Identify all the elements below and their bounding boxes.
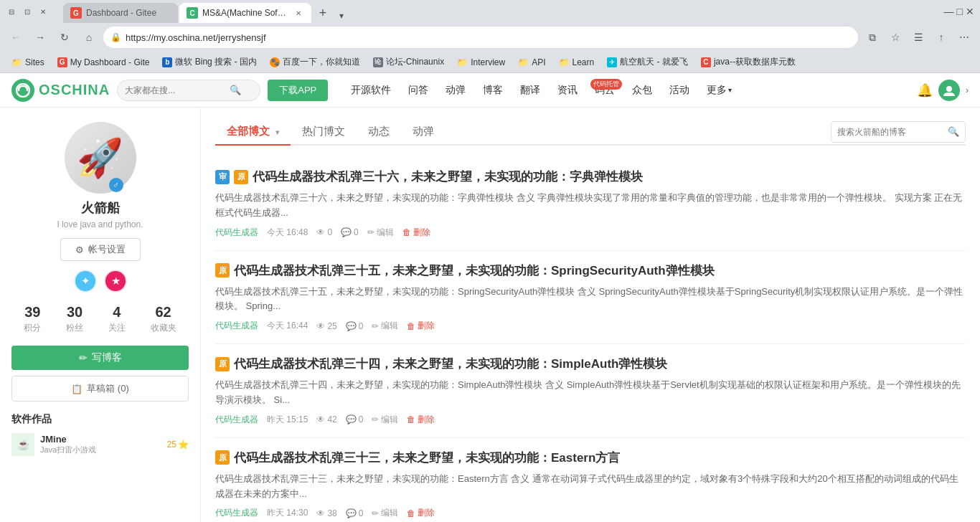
post-4-delete-button[interactable]: 🗑 删除 bbox=[407, 507, 435, 519]
post-2-title[interactable]: 代码生成器技术乱弹三十五，未来之野望，未实现的功能：SpringSecurity… bbox=[234, 262, 715, 279]
post-3-delete-button[interactable]: 🗑 删除 bbox=[407, 414, 435, 426]
bookmark-star-icon[interactable]: ☆ bbox=[885, 27, 905, 47]
post-3-title[interactable]: 代码生成器技术乱弹三十四，未来之野望，未实现的功能：SimpleAuth弹性模块 bbox=[234, 356, 667, 372]
post-2-delete-button[interactable]: 🗑 删除 bbox=[407, 320, 435, 332]
nav-item-dongtan[interactable]: 动弹 bbox=[437, 73, 474, 108]
blog-post-1: 审 原 代码生成器技术乱弹三十六，未来之野望，未实现的功能：字典弹性模块 代码生… bbox=[215, 157, 966, 251]
post-1-tag[interactable]: 代码生成器 bbox=[215, 227, 258, 239]
tab-dynamics[interactable]: 动态 bbox=[357, 119, 401, 144]
stat-following[interactable]: 4 关注 bbox=[108, 304, 126, 334]
post-1-title[interactable]: 代码生成器技术乱弹三十六，未来之野望，未实现的功能：字典弹性模块 bbox=[253, 169, 643, 185]
reading-list-icon[interactable]: ☰ bbox=[908, 27, 928, 47]
nav-item-news[interactable]: 资讯 bbox=[549, 73, 586, 108]
post-3-edit-button[interactable]: ✏ 编辑 bbox=[372, 414, 398, 426]
user-avatar[interactable] bbox=[938, 80, 960, 101]
draft-folder-icon: 📋 bbox=[71, 384, 83, 394]
download-app-button[interactable]: 下载APP bbox=[268, 80, 328, 101]
blog-search-icon[interactable]: 🔍 bbox=[948, 126, 959, 137]
browser-tab-oschina[interactable]: C MS&A(Machine Softwa ✕ bbox=[179, 3, 311, 23]
address-input[interactable]: https://my.oschina.net/jerryshensjf bbox=[126, 32, 851, 43]
bookmark-chinaunix[interactable]: 论 论坛-Chinaunix bbox=[367, 54, 450, 71]
bookmark-label-chinaunix: 论坛-Chinaunix bbox=[386, 56, 444, 68]
nav-item-blog[interactable]: 博客 bbox=[474, 73, 512, 108]
tab-hot-blogs[interactable]: 热门博文 bbox=[291, 119, 357, 144]
minimize-button[interactable]: — bbox=[944, 6, 954, 17]
bookmark-learn[interactable]: 📁 Learn bbox=[553, 54, 600, 71]
home-button[interactable]: ⌂ bbox=[79, 27, 99, 47]
bookmark-label-sites: Sites bbox=[25, 57, 44, 67]
settings-dots-icon[interactable]: ⋯ bbox=[954, 27, 974, 47]
write-blog-button[interactable]: ✏ 写博客 bbox=[11, 346, 189, 370]
bookmarks-bar: 📁 Sites G My Dashboard - Gite b 微软 Bing … bbox=[0, 52, 980, 73]
gender-icon: ♂ bbox=[109, 178, 123, 192]
post-1-delete-button[interactable]: 🗑 删除 bbox=[402, 227, 430, 239]
blog-search-input[interactable] bbox=[837, 127, 945, 137]
more-chevron-icon: ▾ bbox=[728, 86, 732, 94]
nav-right: 🔔 › bbox=[917, 80, 969, 101]
tab-dongtan[interactable]: 动弹 bbox=[401, 119, 446, 144]
tab-manager-icon[interactable]: ⧉ bbox=[862, 27, 882, 47]
collections-number: 62 bbox=[151, 304, 176, 321]
post-1-edit-button[interactable]: ✏ 编辑 bbox=[367, 227, 394, 239]
stat-fans[interactable]: 30 粉丝 bbox=[66, 304, 83, 334]
forward-button[interactable]: → bbox=[30, 27, 50, 47]
notification-bell-icon[interactable]: 🔔 bbox=[917, 82, 933, 98]
nav-item-outsource[interactable]: 众包 bbox=[623, 73, 661, 108]
tab-list-button[interactable]: ▾ bbox=[334, 9, 349, 23]
share-icon[interactable]: ↑ bbox=[931, 27, 951, 47]
maximize-button[interactable]: □ bbox=[957, 6, 963, 17]
search-icon[interactable]: 🔍 bbox=[230, 85, 241, 95]
account-settings-button[interactable]: ⚙ 帐号设置 bbox=[60, 238, 141, 261]
draft-box-button[interactable]: 📋 草稿箱 (0) bbox=[11, 376, 189, 402]
page-content: OSCHINA 🔍 下载APP 开源软件 问答 动弹 博客 翻译 资讯 码云 代… bbox=[0, 73, 980, 522]
tab-close-button[interactable]: ✕ bbox=[293, 7, 304, 19]
window-close-button[interactable]: ✕ bbox=[966, 6, 974, 17]
bookmark-gitee[interactable]: G My Dashboard - Gite bbox=[52, 54, 156, 71]
tab-all-blogs[interactable]: 全部博文 ▾ bbox=[215, 119, 291, 144]
nav-item-translate[interactable]: 翻译 bbox=[512, 73, 549, 108]
refresh-button[interactable]: ↻ bbox=[55, 27, 75, 47]
software-score-jmine: 25 ⭐ bbox=[167, 440, 189, 450]
oschina-logo[interactable]: OSCHINA bbox=[11, 79, 110, 102]
nav-search-box: 🔍 bbox=[117, 80, 260, 101]
post-2-edit-button[interactable]: ✏ 编辑 bbox=[372, 320, 398, 332]
nav-item-qa[interactable]: 问答 bbox=[400, 73, 437, 108]
bookmark-aviation[interactable]: ✈ 航空航天 - 就爱飞 bbox=[601, 54, 694, 71]
bookmark-sites[interactable]: 📁 Sites bbox=[6, 54, 50, 71]
post-2-tag[interactable]: 代码生成器 bbox=[215, 320, 258, 332]
post-3-views: 👁 42 bbox=[316, 414, 336, 424]
bookmark-api[interactable]: 📁 API bbox=[512, 54, 551, 71]
stat-collections[interactable]: 62 收藏夹 bbox=[151, 304, 176, 334]
nav-item-more[interactable]: 更多 ▾ bbox=[698, 73, 740, 108]
nav-right-arrow[interactable]: › bbox=[966, 85, 969, 95]
post-1-review-badge: 审 bbox=[215, 170, 230, 184]
post-4-comments: 💬 0 bbox=[346, 508, 364, 518]
nav-item-events[interactable]: 活动 bbox=[661, 73, 698, 108]
post-4-title[interactable]: 代码生成器技术乱弹三十三，未来之野望，未实现的功能：Eastern方言 bbox=[234, 450, 620, 466]
nav-item-muyun[interactable]: 码云 代码托管 bbox=[586, 73, 623, 108]
post-4-meta: 代码生成器 昨天 14:30 👁 38 💬 0 ✏ 编辑 bbox=[215, 507, 966, 519]
eye-icon-4: 👁 bbox=[316, 508, 325, 518]
new-tab-button[interactable]: + bbox=[313, 3, 333, 23]
browser-tab-dashboard[interactable]: G Dashboard - Gitee bbox=[63, 3, 178, 23]
badge-icon-1[interactable] bbox=[74, 270, 97, 293]
rocket-emoji-icon: 🚀 bbox=[77, 136, 123, 180]
nav-item-opensource[interactable]: 开源软件 bbox=[342, 73, 400, 108]
software-name-jmine[interactable]: JMine bbox=[40, 434, 161, 445]
back-button[interactable]: ← bbox=[6, 27, 26, 47]
bookmark-label-aviation: 航空航天 - 就爱飞 bbox=[620, 56, 688, 68]
post-4-edit-button[interactable]: ✏ 编辑 bbox=[372, 507, 398, 519]
nav-search-input[interactable] bbox=[125, 85, 225, 95]
stat-score[interactable]: 39 积分 bbox=[24, 304, 41, 334]
post-4-tag[interactable]: 代码生成器 bbox=[215, 507, 258, 519]
post-3-original-badge: 原 bbox=[215, 357, 230, 371]
blog-post-3: 原 代码生成器技术乱弹三十四，未来之野望，未实现的功能：SimpleAuth弹性… bbox=[215, 344, 966, 438]
post-3-tag[interactable]: 代码生成器 bbox=[215, 414, 258, 426]
bookmark-bing[interactable]: b 微软 Bing 搜索 - 国内 bbox=[156, 54, 262, 71]
bookmark-interview[interactable]: 📁 Interview bbox=[451, 54, 511, 71]
bookmark-java[interactable]: C java--获取数据库元数 bbox=[695, 54, 801, 71]
bookmark-icon-chinaunix: 论 bbox=[373, 57, 383, 67]
browser-toolbar: ← → ↻ ⌂ 🔒 https://my.oschina.net/jerrysh… bbox=[0, 23, 980, 52]
badge-icon-2[interactable] bbox=[104, 270, 127, 293]
bookmark-baidu[interactable]: 🐾 百度一下，你就知道 bbox=[264, 54, 366, 71]
